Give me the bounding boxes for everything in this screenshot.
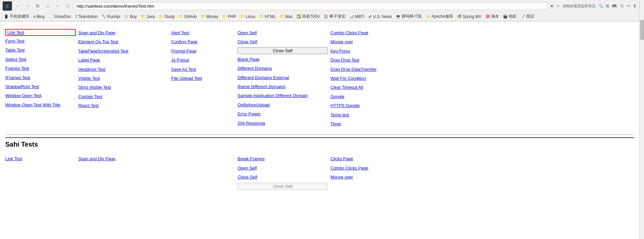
error-pages-link[interactable]: Error Pages — [238, 110, 328, 118]
bookmark-movie[interactable]: 🎬 电影 — [502, 13, 518, 20]
bookmark-spring[interactable]: 🌿 Spring MV — [456, 14, 483, 20]
guardian-icon[interactable]: 持枪的老虎监听官员 — [563, 4, 596, 9]
shadowroot-test-link[interactable]: ShadowRoot Test — [5, 83, 76, 90]
bookmark-java[interactable]: 📁 Java — [139, 14, 156, 20]
clear-timeout-all-link[interactable]: Clear Timeout All — [330, 83, 434, 91]
sahi-mouse-over-link[interactable]: Mouse over — [330, 173, 434, 181]
bookmark-bing[interactable]: b Bing — [32, 14, 46, 20]
different-domains-link[interactable]: Different Domains — [238, 64, 328, 72]
sahi-open-self-link[interactable]: Open Self — [238, 164, 328, 172]
sahi-link-test-link[interactable]: Link Test — [5, 155, 76, 163]
wait-for-condition-link[interactable]: Wait For Condition — [330, 74, 434, 82]
span-div-page-link[interactable]: Span and Div Page — [78, 29, 169, 37]
bookmark-study[interactable]: 📁 Study — [158, 14, 176, 20]
save-as-test-link[interactable]: Save As Test — [171, 65, 235, 73]
headings-test-link[interactable]: Headings Test — [78, 65, 169, 73]
google-link[interactable]: Google — [330, 93, 434, 100]
close-self-button[interactable]: Close Self — [238, 47, 328, 54]
iframes-test-link[interactable]: IFrames Test — [5, 74, 76, 81]
back-button[interactable]: ← — [14, 2, 22, 10]
bookmark-mbti[interactable]: 📊 MBTI — [348, 14, 366, 20]
bookmark-showdoc[interactable]: 📄 ShowDoc — [47, 14, 72, 20]
address-bar[interactable] — [74, 2, 548, 10]
back-button2[interactable]: ← — [54, 2, 62, 10]
scrollbar-y[interactable] — [639, 0, 644, 197]
bookmark-money[interactable]: 📁 Money — [199, 14, 220, 20]
different-domains-external-link[interactable]: Different Domains External — [238, 74, 328, 81]
bookmark-mobile[interactable]: 📱 手机收藏夹 — [3, 13, 31, 20]
bookmark-runapi[interactable]: 🔧 RunApi — [100, 14, 121, 20]
bookmark-php[interactable]: 📁 PHP — [221, 14, 238, 20]
game-icon[interactable]: 🎮 — [612, 4, 617, 8]
https-google-link[interactable]: HTTPS Google — [330, 102, 434, 109]
bookmark-star-icon[interactable]: ★ — [550, 4, 554, 8]
sahi-combo-clicks-link[interactable]: Combo Clicks Page — [330, 164, 434, 172]
react-test-link[interactable]: React Test — [78, 102, 169, 109]
confirm-page-link[interactable]: Confirm Page — [171, 38, 235, 46]
sahi-clicks-page-link[interactable]: Clicks Page — [330, 155, 434, 163]
drag-drop-datatransfer-link[interactable]: Drag Drop DataTransfer — [330, 65, 434, 73]
more-icon[interactable]: ☆ — [556, 4, 560, 8]
iframe-different-domains-link[interactable]: Iframe Different Domains — [238, 83, 328, 90]
bookmark-apache[interactable]: ⚡ Apache服务 — [425, 13, 455, 20]
bookmark-github[interactable]: 📁 GitHub — [177, 14, 198, 20]
bookmark-linux[interactable]: 📁 Linux — [239, 14, 256, 20]
bookmark-buy[interactable]: 🛒 Buy — [123, 14, 138, 20]
bookmark-pubu[interactable]: 🎯 蒲布 — [484, 13, 500, 20]
alert-test-link[interactable]: Alert Test — [171, 29, 235, 37]
home-button[interactable]: ⌂ — [44, 2, 52, 10]
contain-test-link[interactable]: Contain Test — [78, 93, 169, 100]
scissors-icon[interactable]: ✂ — [627, 4, 630, 8]
temp-test-link[interactable]: Temp test — [330, 111, 434, 119]
card-icon[interactable]: 🃏 — [619, 4, 624, 8]
key-press-link[interactable]: Key Press — [330, 47, 434, 55]
scrollbar-thumb[interactable] — [640, 20, 644, 40]
table-test-link[interactable]: Table Test — [5, 46, 76, 54]
bookmark-teambition[interactable]: T Teambition — [74, 14, 99, 20]
search-icon[interactable]: 🔍 — [598, 4, 603, 8]
sahi-break-frames-link[interactable]: Break Frames — [238, 155, 328, 163]
bookmark-cheap[interactable]: 🏠 棒子便宜 — [322, 13, 347, 20]
bookmark-mac[interactable]: 📁 Mac — [278, 14, 294, 20]
window-open-test-title-link[interactable]: Window Open Test With Title — [5, 101, 76, 109]
drag-drop-test-link[interactable]: Drag Drop Test — [330, 56, 434, 64]
form-test-link[interactable]: Form Test — [5, 37, 76, 45]
link-test-link[interactable]: Link Test — [5, 29, 76, 36]
combo-clicks-page-link[interactable]: Combo Clicks Page — [330, 29, 434, 37]
204-response-link[interactable]: 204 Response — [238, 119, 328, 127]
label-page-link[interactable]: Label Page — [78, 56, 169, 64]
bookmark-interview[interactable]: 📝 面试 — [519, 13, 536, 20]
column-1: Link Test Form Test Table Test Select Te… — [5, 28, 78, 129]
bookmark-html[interactable]: 📁 HTML — [258, 14, 277, 20]
strict-visible-link[interactable]: Strict Visible Test — [78, 83, 169, 91]
bookmark-coding[interactable]: 💻 赛码网·IT技 — [394, 13, 423, 20]
close-self-link[interactable]: Close Self — [238, 38, 328, 46]
money-icon: 📁 — [201, 14, 205, 19]
takepage-screenshot-link[interactable]: TakePageScreenshot Test — [78, 47, 169, 55]
onbeforeunload-link[interactable]: OnBeforeUnload — [238, 101, 328, 109]
element-on-top-link[interactable]: Element On Top Test — [78, 38, 169, 46]
sahi-close-self-link[interactable]: Close Self — [238, 173, 328, 181]
timer-link[interactable]: Timer — [330, 120, 434, 128]
prompt-page-link[interactable]: Prompt Page — [171, 47, 235, 55]
sample-application-link[interactable]: Sample Application Different Domain — [238, 92, 328, 99]
bookmark-usnews[interactable]: 🗞 U.S. News — [367, 14, 393, 20]
visible-test-link[interactable]: Visible Test — [78, 74, 169, 82]
select-test-link[interactable]: Select Test — [5, 56, 76, 63]
star-button[interactable]: ☆ — [64, 2, 72, 10]
sahi-column-4: Break Frames Open Self Close Self Close … — [238, 154, 330, 191]
sahi-span-div-link[interactable]: Span and Div Page — [78, 155, 169, 163]
open-self-link[interactable]: Open Self — [238, 29, 328, 37]
refresh-button[interactable]: ↻ — [34, 2, 42, 10]
blank-page-link[interactable]: Blank Page — [238, 56, 328, 63]
file-upload-test-link[interactable]: File Upload Test — [171, 74, 235, 82]
download-icon[interactable]: ⬇ — [633, 4, 636, 8]
window-open-test-link[interactable]: Window Open Test — [5, 92, 76, 99]
js-popup-link[interactable]: Js Popup — [171, 56, 235, 64]
bookmark-todo[interactable]: ✅ 高效ToDo — [295, 13, 321, 20]
frames-test-link[interactable]: Frames Test — [5, 64, 76, 72]
sahi-close-self-button[interactable]: Close Self — [238, 183, 328, 190]
mouse-over-link[interactable]: Mouse over — [330, 38, 434, 46]
forward-button[interactable]: → — [24, 2, 32, 10]
windows-icon[interactable]: ⊞ — [606, 4, 609, 8]
